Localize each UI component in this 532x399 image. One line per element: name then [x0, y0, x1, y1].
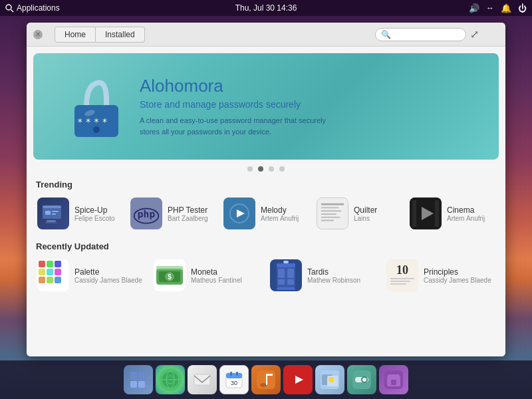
- search-bar: 🔍 ⤢: [375, 28, 479, 41]
- tardis-author: Mathew Robinson: [307, 277, 360, 284]
- moneta-author: Matheus Fantinel: [191, 277, 242, 284]
- dot-1[interactable]: [247, 166, 253, 172]
- window-titlebar: ✕ Home Installed 🔍 ⤢: [27, 23, 505, 47]
- recently-updated-label: Recently Updated: [27, 241, 505, 257]
- principles-author: Cassidy James Blaede: [424, 277, 491, 284]
- svg-text:30: 30: [231, 380, 237, 386]
- list-item[interactable]: Quilter Lains: [313, 195, 406, 232]
- search-input[interactable]: [394, 30, 460, 39]
- svg-rect-9: [52, 211, 59, 212]
- hero-banner[interactable]: **** Alohomora Store and manage password…: [33, 53, 499, 160]
- svg-rect-52: [287, 279, 294, 285]
- dot-3[interactable]: [269, 166, 274, 172]
- dot-4[interactable]: [279, 166, 285, 172]
- svg-rect-29: [435, 200, 439, 227]
- mail-icon[interactable]: [188, 365, 217, 394]
- quilter-name: Quilter: [354, 205, 377, 215]
- palette-author: Cassidy James Blaede: [74, 277, 142, 284]
- svg-point-83: [329, 377, 334, 382]
- cinema-author: Artem Anufrij: [447, 215, 485, 222]
- carousel-dots: [27, 166, 505, 172]
- svg-rect-36: [55, 269, 61, 275]
- list-item[interactable]: 10 Principles Cassidy James Blaede: [382, 257, 499, 294]
- topbar-right: 🔊 ↔ 🔔 ⏻: [469, 3, 527, 13]
- calendar-icon[interactable]: 30: [219, 365, 249, 394]
- svg-rect-90: [391, 380, 396, 385]
- music-icon[interactable]: [251, 365, 281, 394]
- svg-rect-72: [236, 372, 238, 376]
- principles-name: Principles: [424, 267, 491, 277]
- tardis-info: Tardis Mathew Robinson: [307, 267, 360, 284]
- melody-author: Artem Anufrij: [261, 215, 299, 222]
- svg-rect-24: [321, 217, 340, 218]
- svg-rect-37: [39, 277, 45, 283]
- svg-rect-23: [321, 213, 336, 215]
- files-icon[interactable]: [124, 365, 153, 394]
- store-icon[interactable]: [379, 365, 408, 394]
- svg-rect-38: [47, 277, 53, 283]
- photos-icon[interactable]: [315, 365, 344, 394]
- moneta-info: Moneta Matheus Fantinel: [191, 267, 242, 284]
- volume-icon[interactable]: 🔊: [469, 3, 479, 13]
- topbar-left: Applications: [5, 3, 60, 13]
- list-item[interactable]: Spice-Up Felipe Escoto: [33, 195, 126, 232]
- dot-2[interactable]: [258, 166, 263, 172]
- svg-point-4: [93, 126, 100, 133]
- svg-rect-53: [277, 287, 295, 290]
- list-item[interactable]: $ Moneta Matheus Fantinel: [150, 257, 266, 294]
- network-icon[interactable]: ↔: [486, 3, 494, 13]
- php-info: PHP Tester Bart Zaalberg: [168, 205, 208, 222]
- svg-rect-34: [39, 269, 45, 275]
- svg-point-0: [6, 5, 11, 10]
- svg-point-75: [260, 383, 267, 387]
- installed-button[interactable]: Installed: [96, 27, 145, 43]
- svg-rect-45: [156, 266, 183, 270]
- web-icon[interactable]: [156, 365, 185, 394]
- video-icon[interactable]: [283, 365, 313, 394]
- svg-rect-61: [138, 372, 145, 380]
- hero-description: A clean and easy-to-use password manager…: [140, 115, 339, 137]
- svg-rect-25: [321, 220, 334, 221]
- list-item[interactable]: Melody Artem Anufrij: [219, 195, 313, 232]
- list-item[interactable]: Tardis Mathew Robinson: [266, 257, 382, 294]
- settings-icon[interactable]: [347, 365, 376, 394]
- svg-rect-50: [287, 269, 294, 278]
- spiceup-info: Spice-Up Felipe Escoto: [74, 205, 115, 222]
- svg-rect-22: [321, 210, 342, 211]
- svg-rect-48: [277, 263, 295, 267]
- svg-rect-35: [47, 269, 53, 275]
- principles-icon: 10: [386, 259, 418, 291]
- svg-rect-51: [278, 279, 285, 285]
- svg-text:$: $: [168, 273, 172, 281]
- expand-button[interactable]: ⤢: [470, 28, 479, 41]
- moneta-name: Moneta: [191, 267, 242, 277]
- svg-rect-63: [138, 381, 145, 388]
- tardis-name: Tardis: [307, 267, 360, 277]
- quilter-info: Quilter Lains: [354, 205, 377, 222]
- melody-name: Melody: [261, 205, 299, 215]
- power-icon[interactable]: ⏻: [518, 3, 527, 13]
- svg-rect-70: [226, 373, 242, 378]
- list-item[interactable]: Palette Cassidy James Blaede: [33, 257, 150, 294]
- svg-rect-31: [39, 261, 45, 267]
- svg-rect-62: [130, 381, 137, 388]
- svg-rect-54: [283, 261, 289, 263]
- hero-app-name: Alohomora: [140, 76, 479, 96]
- cinema-name: Cinema: [447, 205, 485, 215]
- list-item[interactable]: php PHP Tester Bart Zaalberg: [126, 195, 219, 232]
- search-icon: 🔍: [381, 30, 391, 39]
- svg-rect-20: [321, 203, 344, 205]
- close-button[interactable]: ✕: [33, 30, 43, 39]
- notification-icon[interactable]: 🔔: [501, 3, 511, 13]
- list-item[interactable]: Cinema Artem Anufrij: [406, 195, 499, 232]
- svg-rect-71: [230, 372, 232, 376]
- melody-info: Melody Artem Anufrij: [261, 205, 299, 222]
- melody-icon: [223, 198, 255, 229]
- search-input-wrap: 🔍: [375, 28, 466, 41]
- svg-rect-7: [43, 205, 61, 208]
- php-icon: php: [130, 198, 162, 229]
- home-button[interactable]: Home: [55, 27, 96, 43]
- palette-info: Palette Cassidy James Blaede: [74, 267, 142, 284]
- spiceup-name: Spice-Up: [74, 205, 115, 215]
- trending-label: Trending: [27, 180, 505, 195]
